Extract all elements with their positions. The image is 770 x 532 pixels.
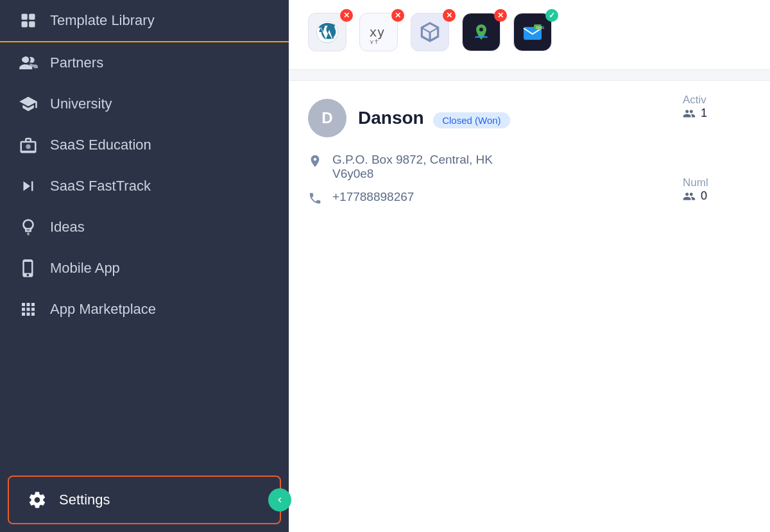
saas-fasttrack-icon — [18, 176, 38, 196]
settings-label: Settings — [59, 492, 110, 508]
number-section: Numl 0 — [683, 176, 755, 203]
saas-education-icon — [18, 135, 38, 155]
phone-text: +17788898267 — [332, 190, 414, 204]
maps-remove-badge: ✕ — [494, 9, 507, 22]
contact-name: Danson — [358, 108, 424, 128]
apps-section: ✕ xy xt ✕ ✕ — [289, 0, 770, 70]
app-marketplace-icon — [18, 299, 38, 320]
svg-text:SMS: SMS — [536, 26, 544, 30]
ideas-label: Ideas — [50, 219, 85, 236]
phone-icon — [308, 191, 323, 207]
svg-rect-3 — [29, 21, 35, 27]
status-badge: Closed (Won) — [433, 112, 509, 128]
svg-rect-2 — [22, 21, 28, 27]
contact-header: D Danson Closed (Won) — [308, 99, 648, 137]
template-library-label: Template Library — [50, 12, 155, 29]
wordpress-app-wrapper[interactable]: ✕ — [308, 13, 349, 54]
number-value: 0 — [683, 189, 755, 203]
active-count: 1 — [701, 107, 707, 120]
university-label: University — [50, 96, 112, 112]
xyxt-remove-badge: ✕ — [391, 9, 404, 22]
contact-details: G.P.O. Box 9872, Central, HK V6y0e8 +177… — [308, 153, 648, 207]
app-marketplace-label: App Marketplace — [50, 301, 156, 318]
main-content: ✕ xy xt ✕ ✕ — [289, 0, 770, 532]
sidebar: Template Library Partners University — [0, 0, 289, 532]
saas-education-label: SaaS Education — [50, 137, 151, 153]
email-sms-check-badge: ✓ — [545, 9, 558, 22]
phone-row: +17788898267 — [308, 190, 648, 207]
sidebar-item-saas-fasttrack[interactable]: SaaS FastTrack — [0, 166, 289, 207]
mobile-app-icon — [18, 258, 38, 279]
active-value: 1 — [683, 107, 755, 120]
mobile-app-label: Mobile App — [50, 260, 120, 277]
app-icons-row: ✕ xy xt ✕ ✕ — [308, 13, 751, 54]
sidebar-item-mobile-app[interactable]: Mobile App — [0, 248, 289, 289]
sidebar-item-university[interactable]: University — [0, 83, 289, 124]
xyxt-app-wrapper[interactable]: xy xt ✕ — [359, 13, 400, 54]
saas-fasttrack-label: SaaS FastTrack — [50, 178, 151, 194]
box3d-app-wrapper[interactable]: ✕ — [411, 13, 452, 54]
settings-chevron[interactable] — [268, 488, 291, 511]
box3d-remove-badge: ✕ — [443, 9, 456, 22]
contact-name-section: Danson Closed (Won) — [358, 108, 510, 128]
right-panel: Activ 1 Numl 0 — [667, 81, 770, 532]
svg-rect-1 — [29, 14, 35, 20]
contact-card: D Danson Closed (Won) G.P.O. Box 9872, C… — [289, 81, 667, 532]
location-icon — [308, 154, 323, 169]
partners-icon — [18, 53, 38, 73]
sidebar-item-saas-education[interactable]: SaaS Education — [0, 124, 289, 166]
partners-label: Partners — [50, 55, 103, 71]
maps-app-wrapper[interactable]: ✕ — [462, 13, 503, 54]
settings-icon — [27, 490, 47, 510]
template-library-icon — [18, 10, 38, 31]
svg-text:xt: xt — [370, 37, 379, 44]
sidebar-item-partners[interactable]: Partners — [0, 42, 289, 83]
email-sms-app-wrapper[interactable]: SMS ✓ — [513, 13, 554, 54]
number-count: 0 — [701, 189, 707, 203]
svg-rect-0 — [22, 14, 28, 20]
sidebar-item-template-library[interactable]: Template Library — [0, 0, 289, 42]
settings-item[interactable]: Settings — [8, 476, 281, 524]
active-section: Activ 1 — [683, 94, 755, 120]
contact-avatar: D — [308, 99, 346, 137]
contact-area: D Danson Closed (Won) G.P.O. Box 9872, C… — [289, 80, 770, 532]
university-icon — [18, 94, 38, 114]
sidebar-item-ideas[interactable]: Ideas — [0, 207, 289, 248]
wordpress-remove-badge: ✕ — [340, 9, 353, 22]
address-row: G.P.O. Box 9872, Central, HK V6y0e8 — [308, 153, 648, 181]
ideas-icon — [18, 217, 38, 237]
number-label: Numl — [683, 176, 755, 189]
sidebar-item-app-marketplace[interactable]: App Marketplace — [0, 289, 289, 330]
active-label: Activ — [683, 94, 755, 107]
address-text: G.P.O. Box 9872, Central, HK V6y0e8 — [332, 153, 493, 181]
